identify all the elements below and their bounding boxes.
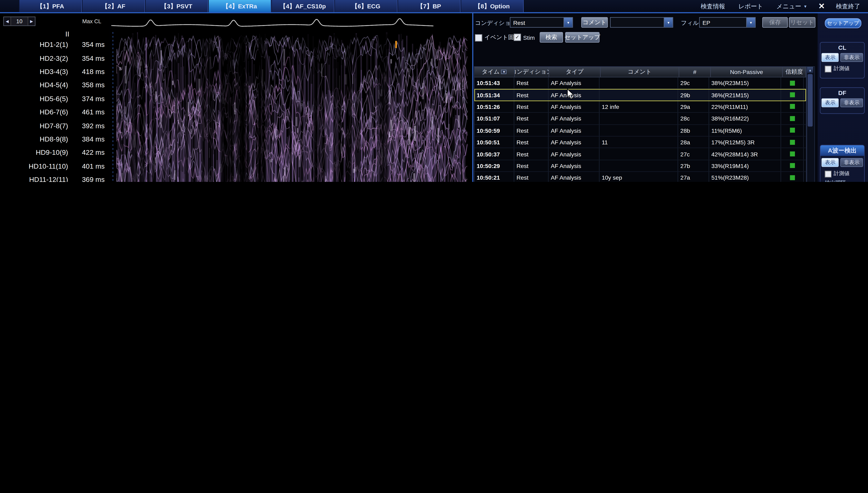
reliability-cell [781, 148, 804, 159]
filter-select[interactable]: EP ▼ [699, 17, 756, 28]
channel-name: HD8-9(8) [14, 135, 68, 143]
tab-7BP[interactable]: 【7】BP [398, 0, 461, 12]
tab-2AF[interactable]: 【2】AF [82, 0, 145, 12]
column-header-7[interactable]: 信頼度 [783, 67, 806, 77]
save-button[interactable]: 保存 [762, 17, 788, 28]
exam-end-button[interactable]: 検査終了 [829, 0, 867, 12]
nonpassive-cell: 51%(R23M28) [709, 172, 781, 182]
condition-cell: Rest [514, 136, 549, 148]
event-lock-checkbox[interactable]: イベント固定 [475, 34, 520, 41]
chevron-down-icon: ▼ [746, 18, 755, 27]
channel-value: 418 ms [74, 68, 105, 76]
table-row[interactable]: 10:50:59RestAF Analysis28b11%(R5M6) [475, 125, 806, 136]
tab-3PSVT[interactable]: 【3】PSVT [145, 0, 208, 12]
checkbox-icon[interactable] [825, 65, 831, 72]
chevron-down-icon: ▼ [804, 4, 807, 8]
stepper-right-icon[interactable]: ▶ [28, 19, 35, 24]
checkbox-icon[interactable] [825, 170, 831, 177]
tab-1PFA[interactable]: 【1】PFA [19, 0, 82, 12]
cl-measure-checkbox[interactable]: 計測値 [825, 65, 864, 72]
comment-cell: 11 [600, 136, 678, 148]
channel-value: 461 ms [74, 108, 105, 116]
column-header-3[interactable]: タイプ [549, 67, 601, 77]
sort-filter-icon[interactable]: ▼ [501, 70, 507, 74]
sidebar-setup-button[interactable]: セットアップ [825, 18, 861, 28]
type-cell: AF Analysis [549, 160, 600, 171]
search-button[interactable]: 検索 [540, 32, 563, 43]
table-row[interactable]: 10:50:51RestAF Analysis1128a17%(R12M5) 3… [475, 136, 806, 148]
close-icon[interactable]: ✕ [814, 2, 829, 10]
tab-6ECG[interactable]: 【6】ECG [334, 0, 397, 12]
stim-checkbox[interactable]: ✓ Stim [514, 34, 535, 41]
awave-hide-button[interactable]: 非表示 [841, 158, 863, 167]
titlebar-actions: 検査情報 レポート メニュー ▼ ✕ 検査終了 [694, 0, 867, 12]
channel-row: HD2-3(2)354 ms [0, 51, 105, 65]
stepper-left-icon[interactable]: ◀ [4, 19, 11, 24]
df-title: DF [821, 88, 864, 96]
table-row[interactable]: 10:50:21RestAF Analysis10y sep27a51%(R23… [475, 172, 806, 182]
tab-4AF_CS10p[interactable]: 【4】AF_CS10p [271, 0, 334, 12]
cl-show-button[interactable]: 表示 [822, 53, 839, 62]
awave-show-button[interactable]: 表示 [822, 158, 839, 167]
df-show-button[interactable]: 表示 [822, 99, 839, 107]
comment-cell [600, 78, 678, 89]
condition-cell: Rest [514, 78, 549, 89]
comment-select[interactable]: ▼ [610, 17, 673, 28]
table-row[interactable]: 10:51:43RestAF Analysis29c38%(R23M15) [475, 78, 806, 89]
number-cell: 29a [678, 101, 709, 112]
setup-button[interactable]: セットアップ [565, 32, 600, 43]
condition-cell: Rest [514, 101, 549, 112]
reliability-cell [781, 101, 804, 112]
scroll-up-icon[interactable]: ▲ [807, 67, 813, 73]
column-header-1[interactable]: タイム▼ [475, 67, 515, 77]
time-cell: 10:50:59 [475, 125, 514, 136]
df-hide-button[interactable]: 非表示 [841, 99, 863, 107]
reliability-cell [781, 125, 804, 136]
channel-panel: ◀ 10 ▶ Max CL II HD1-2(1)354 msHD2-3(2)3… [0, 12, 109, 182]
reliability-indicator [790, 116, 794, 121]
column-header-2[interactable]: コンディション [515, 67, 549, 77]
time-cell: 10:51:07 [475, 113, 514, 124]
report-button[interactable]: レポート [732, 0, 770, 12]
scrollbar-thumb[interactable] [808, 74, 812, 127]
sweep-speed-stepper[interactable]: ◀ 10 ▶ [3, 17, 35, 26]
condition-select[interactable]: Rest ▼ [510, 17, 573, 28]
table-row[interactable]: 10:51:26RestAF Analysis12 infe29a22%(R11… [475, 101, 806, 113]
awave-measure-checkbox[interactable]: 計測値 [825, 170, 864, 177]
right-sidebar: セットアップ CL 表示 非表示 計測値 DF 表示 非表示 A波ー検出 表示 [817, 12, 868, 182]
reliability-indicator [790, 92, 794, 97]
reliability-cell [781, 113, 804, 124]
menu-label: メニュー [776, 2, 801, 10]
channel-row: HD8-9(8)384 ms [0, 132, 105, 146]
channel-row: HD5-6(5)374 ms [0, 92, 105, 106]
tab-4ExTRa[interactable]: 【4】ExTRa [208, 0, 271, 12]
column-header-5[interactable]: # [679, 67, 711, 77]
table-row[interactable]: 10:50:37RestAF Analysis27c42%(R28M14) 3R [475, 148, 806, 160]
table-row[interactable]: 10:50:29RestAF Analysis27b33%(R19M14) [475, 160, 806, 172]
condition-cell: Rest [514, 160, 549, 171]
channel-row: HD3-4(3)418 ms [0, 65, 105, 79]
cl-hide-button[interactable]: 非表示 [841, 53, 863, 62]
comment-button[interactable]: コメント [581, 17, 608, 28]
comment-cell: 12 infe [600, 101, 678, 112]
chevron-down-icon: ▼ [564, 18, 572, 27]
checkbox-checked-icon[interactable]: ✓ [514, 34, 521, 41]
table-row[interactable]: 10:51:34RestAF Analysis29b36%(R21M15) [475, 89, 806, 101]
table-vertical-scrollbar[interactable]: ▲ ▼ [807, 66, 815, 182]
table-row[interactable]: 10:51:07RestAF Analysis28c38%(R16M22) [475, 113, 806, 125]
comment-cell [600, 113, 678, 124]
vertical-divider [472, 12, 473, 182]
type-cell: AF Analysis [549, 113, 600, 124]
reset-button[interactable]: リセット [789, 17, 815, 28]
tab-strip: 【1】PFA【2】AF【3】PSVT【4】ExTRa【4】AF_CS10p【6】… [19, 0, 524, 12]
awave-panel: A波ー検出 表示 非表示 計測値 検出間隔 0.03 ▲▼ mV 閾値下補間 A… [820, 145, 865, 182]
tab-8Option[interactable]: 【8】Option [461, 0, 524, 12]
column-header-6[interactable]: Non-Passive [711, 67, 783, 77]
exam-info-button[interactable]: 検査情報 [694, 0, 732, 12]
checkbox-icon[interactable] [475, 34, 482, 41]
waveform-display[interactable] [109, 12, 472, 182]
menu-button[interactable]: メニュー ▼ [770, 0, 814, 12]
column-header-4[interactable]: コメント [601, 67, 680, 77]
number-cell: 28b [678, 125, 709, 136]
comment-value [611, 18, 664, 27]
